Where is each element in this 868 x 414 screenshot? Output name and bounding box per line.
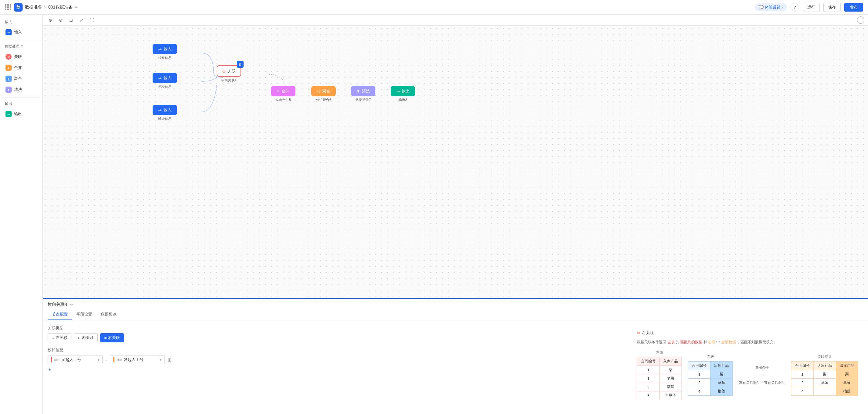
color-bar-right	[113, 357, 115, 363]
node-input1[interactable]: ⇒ 输入 校长信息	[153, 44, 177, 60]
sidebar-item-output[interactable]: ⇒ 输出	[2, 109, 40, 119]
arrow-right-icon: →	[759, 371, 766, 379]
input-icon: ⇒	[5, 29, 11, 35]
aggregate1-sublabel: 分组聚合6	[316, 98, 331, 102]
relation1-sublabel: 横向关联4	[221, 78, 237, 82]
right-join-icon: ⊕	[104, 336, 107, 340]
bottom-content: 关联类型 ⊕ 左关联 ⊕ 内关联 ⊕	[43, 320, 868, 410]
tab-data-preview[interactable]: 数据预览	[96, 309, 121, 320]
app-logo: 数	[14, 3, 23, 11]
diagram-description: 根据关联条件返回 左表 的 匹配到的数据 和 右表 中 全部数据 ，匹配不到数据…	[637, 339, 858, 345]
sidebar-item-input[interactable]: ⇒ 输入	[2, 27, 40, 37]
node-merge1-box[interactable]: ≡ 合并	[271, 86, 296, 96]
project-name: 001数据准备	[48, 5, 72, 10]
table-row: 4榴莲	[688, 387, 733, 396]
info-button[interactable]: ⅰ	[857, 16, 864, 24]
node-relation1[interactable]: 🗑 ⊕ 关联 横向关联4	[217, 65, 241, 82]
save-button[interactable]: 保存	[824, 3, 840, 12]
field-mapping: 校长信息 abc 发起人工号 ▾ =	[48, 347, 176, 372]
join-type-buttons: ⊕ 左关联 ⊕ 内关联 ⊕ 右关联	[48, 333, 176, 342]
fit-view-button[interactable]: ⊡	[67, 16, 75, 24]
desc-all-text: 全部数据	[721, 340, 736, 344]
table-row: 2草莓	[688, 379, 733, 387]
bottom-tabs: 节点配置 字段设置 数据预览	[43, 309, 868, 320]
diagram-tables: 左表 合同编号 入库产品 1梨 1苹果	[637, 350, 858, 400]
config-area: 关联类型 ⊕ 左关联 ⊕ 内关联 ⊕	[48, 325, 176, 405]
table-row: 1梨	[637, 366, 682, 374]
canvas-background	[43, 26, 868, 298]
desc-left-text: 左表	[668, 340, 675, 344]
left-join-label: 左关联	[56, 335, 67, 341]
edit-icon[interactable]: ✏	[74, 5, 78, 10]
node-aggregate1-box[interactable]: ⬡ 聚合	[311, 86, 336, 96]
node-input3-box[interactable]: ⇒ 输入	[153, 105, 177, 115]
input1-label: 输入	[163, 46, 172, 52]
right-col2-header: 出库产品	[711, 361, 733, 370]
add-condition-button[interactable]: ＋	[48, 367, 172, 372]
result-table-diagram: 关联结果 合同编号 入库产品 出库产品	[791, 354, 858, 396]
app-grid-icon[interactable]	[5, 4, 11, 10]
zoom-out-button[interactable]: ⊖	[57, 16, 65, 24]
output-label: 输出	[14, 111, 22, 117]
output-icon: ⇒	[5, 111, 11, 117]
tab-node-config[interactable]: 节点配置	[48, 309, 72, 320]
inner-join-button[interactable]: ⊕ 内关联	[74, 333, 98, 342]
clean1-label: 清洗	[362, 89, 370, 94]
delete-field-button[interactable]: 🗑	[167, 357, 172, 363]
zoom-in-button[interactable]: ⊕	[46, 16, 54, 24]
output1-sublabel: 输出8	[399, 98, 407, 102]
aggregate-icon: ∑	[5, 76, 11, 82]
table-row: 2 草莓 草莓	[792, 379, 858, 387]
aggregate-label: 聚合	[14, 76, 22, 81]
divider	[2, 40, 40, 40]
publish-button[interactable]: 发布	[844, 3, 863, 11]
sidebar-item-relation[interactable]: ⊕ 关联	[2, 51, 40, 62]
node-output1[interactable]: ⇒ 输出 输出8	[391, 86, 415, 102]
fullscreen-button[interactable]: ⛶	[88, 16, 96, 24]
sidebar-item-aggregate[interactable]: ∑ 聚合	[2, 73, 40, 84]
run-button[interactable]: 运行	[803, 3, 820, 12]
help-button[interactable]: ?	[790, 3, 799, 11]
tab-field-settings[interactable]: 字段设置	[72, 309, 96, 320]
right-join-button[interactable]: ⊕ 右关联	[100, 333, 124, 342]
diagram-arrow: 关联条件 → 左表.合同编号 = 右表.合同编号	[739, 365, 785, 385]
help-icon[interactable]: ?	[21, 44, 23, 49]
result-col2-header: 入库产品	[814, 361, 836, 370]
node-clean1[interactable]: ▼ 清洗 数据清洗7	[351, 86, 375, 102]
left-join-button[interactable]: ⊕ 左关联	[48, 333, 71, 342]
delete-icon[interactable]: 🗑	[237, 61, 244, 68]
inner-join-icon: ⊕	[78, 336, 81, 340]
sidebar-item-merge[interactable]: ≡ 合并	[2, 63, 40, 73]
input2-icon: ⇒	[158, 76, 162, 80]
expand-button[interactable]: ⤢	[78, 16, 86, 24]
node-input3[interactable]: ⇒ 输入 班级信息	[153, 105, 177, 121]
aggregate1-icon: ⬡	[317, 89, 320, 94]
panel-edit-icon[interactable]: ✏	[70, 302, 73, 307]
dropdown-arrow-right: ▾	[160, 358, 161, 361]
node-aggregate1[interactable]: ⬡ 聚合 分组聚合6	[311, 86, 336, 102]
right-field-select[interactable]: abc 发起人工号 ▾	[110, 355, 165, 364]
relation1-icon: ⊕	[222, 69, 226, 73]
field-row-1: abc 发起人工号 ▾ = abc 发起人工号 ▾	[48, 355, 172, 364]
condition-label: 关联条件	[755, 365, 769, 370]
clean1-icon: ▼	[356, 89, 361, 94]
feedback-label: 体验反馈	[765, 5, 781, 10]
sidebar-item-clean[interactable]: ▼ 清洗	[2, 84, 40, 95]
table-row: 4 榴莲	[792, 387, 858, 396]
node-input2[interactable]: ⇒ 输入 学校信息	[153, 73, 177, 89]
bottom-panel: 横向关联4 ✏ 节点配置 字段设置 数据预览 关联类型 ⊕	[43, 298, 868, 414]
node-merge1[interactable]: ≡ 合并 纵向合并5	[271, 86, 296, 102]
canvas-main[interactable]: ⇒ 输入 校长信息 ⇒ 输入 学校信息 🗑 ⊕ 关联	[43, 26, 868, 298]
left-field-select[interactable]: abc 发起人工号 ▾	[48, 355, 102, 364]
node-input1-box[interactable]: ⇒ 输入	[153, 44, 177, 54]
node-output1-box[interactable]: ⇒ 输出	[391, 86, 415, 96]
node-input2-box[interactable]: ⇒ 输入	[153, 73, 177, 83]
color-bar-left	[51, 357, 52, 363]
node-clean1-box[interactable]: ▼ 清洗	[351, 86, 375, 96]
relation-icon: ⊕	[5, 54, 11, 60]
input2-label: 输入	[163, 75, 172, 81]
feedback-button[interactable]: 💬 体验反馈 ›	[755, 3, 787, 11]
data-process-section-title: 数据处理 ?	[2, 43, 40, 50]
merge-icon: ≡	[5, 65, 11, 71]
app-name: 数据准备	[25, 5, 42, 10]
